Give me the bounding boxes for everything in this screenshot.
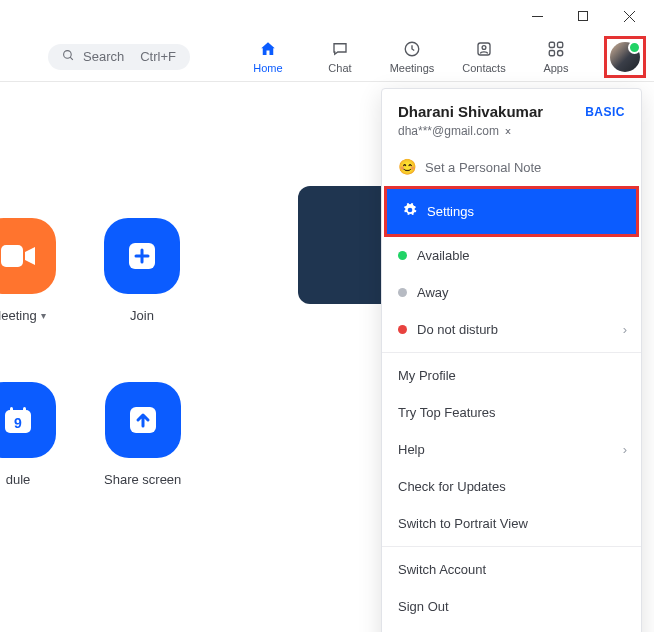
chat-icon xyxy=(330,39,350,59)
profile-avatar[interactable] xyxy=(610,42,640,72)
contacts-icon xyxy=(475,39,493,59)
status-away[interactable]: Away xyxy=(382,274,641,311)
settings-item[interactable]: Settings xyxy=(387,189,636,234)
status-dot-green xyxy=(398,251,407,260)
my-profile-item[interactable]: My Profile xyxy=(382,357,641,394)
sign-out-item[interactable]: Sign Out xyxy=(382,588,641,625)
main-area: Meeting▾ Join 9 dule Share screen Dharan… xyxy=(0,82,654,632)
profile-name: Dharani Shivakumar xyxy=(398,103,543,120)
minimize-button[interactable] xyxy=(514,0,560,32)
status-dot-red xyxy=(398,325,407,334)
svg-rect-11 xyxy=(549,51,554,56)
clock-icon xyxy=(403,39,421,59)
plus-icon xyxy=(129,243,155,269)
tab-contacts[interactable]: Contacts xyxy=(454,39,514,74)
video-icon xyxy=(1,243,35,269)
svg-text:9: 9 xyxy=(14,415,22,431)
close-button[interactable] xyxy=(606,0,652,32)
profile-header: Dharani Shivakumar BASIC dha***@gmail.co… xyxy=(382,89,641,148)
check-updates-item[interactable]: Check for Updates xyxy=(382,468,641,505)
window-titlebar xyxy=(0,0,654,32)
personal-note-item[interactable]: 😊 Set a Personal Note xyxy=(382,148,641,186)
svg-rect-16 xyxy=(10,407,13,414)
plan-badge[interactable]: BASIC xyxy=(585,105,625,119)
calendar-icon: 9 xyxy=(3,405,33,435)
top-features-item[interactable]: Try Top Features xyxy=(382,394,641,431)
svg-rect-9 xyxy=(549,42,554,47)
new-meeting-tile[interactable] xyxy=(0,218,56,294)
settings-highlight: Settings xyxy=(384,186,639,237)
svg-rect-1 xyxy=(579,12,588,21)
join-tile[interactable] xyxy=(104,218,180,294)
hide-icon[interactable]: ›‹ xyxy=(505,124,509,138)
chevron-right-icon: › xyxy=(623,442,627,457)
tab-chat[interactable]: Chat xyxy=(310,39,370,74)
share-icon xyxy=(130,407,156,433)
nav-tabs: Home Chat Meetings Contacts Apps xyxy=(238,39,586,74)
svg-line-5 xyxy=(70,57,73,60)
join-label: Join xyxy=(130,308,154,323)
search-input[interactable]: Search Ctrl+F xyxy=(48,44,190,70)
profile-menu: Dharani Shivakumar BASIC dha***@gmail.co… xyxy=(381,88,642,632)
status-dnd[interactable]: Do not disturb› xyxy=(382,311,641,348)
chevron-down-icon[interactable]: ▾ xyxy=(41,310,46,321)
menu-divider xyxy=(382,546,641,547)
schedule-tile[interactable]: 9 xyxy=(0,382,56,458)
tab-apps[interactable]: Apps xyxy=(526,39,586,74)
search-shortcut: Ctrl+F xyxy=(140,49,176,64)
menu-divider xyxy=(382,352,641,353)
top-toolbar: Search Ctrl+F Home Chat Meetings Contact… xyxy=(0,32,654,82)
maximize-button[interactable] xyxy=(560,0,606,32)
switch-account-item[interactable]: Switch Account xyxy=(382,551,641,588)
schedule-label: dule xyxy=(6,472,31,487)
svg-rect-17 xyxy=(23,407,26,414)
svg-rect-10 xyxy=(557,42,562,47)
status-available[interactable]: Available xyxy=(382,237,641,274)
search-label: Search xyxy=(83,49,124,64)
home-icon xyxy=(258,39,278,59)
apps-icon xyxy=(547,39,565,59)
status-dot-gray xyxy=(398,288,407,297)
tab-home[interactable]: Home xyxy=(238,39,298,74)
new-meeting-label: Meeting▾ xyxy=(0,308,46,323)
help-item[interactable]: Help› xyxy=(382,431,641,468)
share-screen-tile[interactable] xyxy=(105,382,181,458)
search-icon xyxy=(62,49,75,65)
background-card xyxy=(298,186,388,304)
svg-point-12 xyxy=(557,51,562,56)
chevron-right-icon: › xyxy=(623,322,627,337)
smile-icon: 😊 xyxy=(398,158,417,176)
gear-icon xyxy=(403,203,417,220)
svg-rect-13 xyxy=(1,245,23,267)
profile-email: dha***@gmail.com ›‹ xyxy=(398,124,625,138)
share-screen-label: Share screen xyxy=(104,472,181,487)
tab-meetings[interactable]: Meetings xyxy=(382,39,442,74)
portrait-view-item[interactable]: Switch to Portrait View xyxy=(382,505,641,542)
svg-point-4 xyxy=(64,50,72,58)
svg-point-8 xyxy=(482,46,486,50)
avatar-highlight xyxy=(604,36,646,78)
